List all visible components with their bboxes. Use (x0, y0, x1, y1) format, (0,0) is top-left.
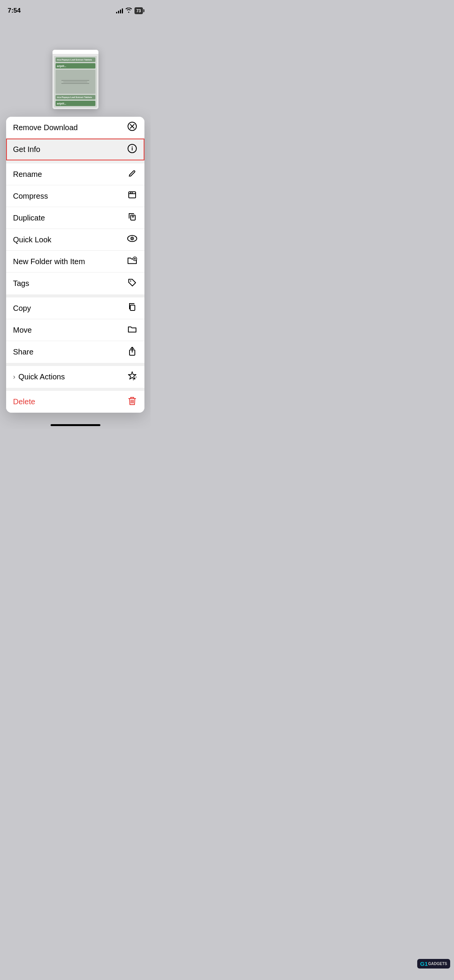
svg-rect-19 (130, 305, 135, 310)
delete-label: Delete (13, 397, 35, 406)
wifi-icon (125, 8, 132, 14)
share-icon (127, 346, 138, 358)
move-icon (127, 325, 138, 335)
quick-look-icon (127, 235, 138, 245)
thumbnail-body: rica Papaya Leaf Extract Tablets aripill… (52, 54, 98, 109)
status-time: 7:54 (8, 7, 21, 15)
quick-actions-chevron: › (13, 373, 15, 381)
menu-item-rename[interactable]: Rename (6, 163, 144, 185)
quick-actions-label: Quick Actions (18, 372, 65, 381)
compress-icon (127, 190, 138, 202)
move-label: Move (13, 326, 32, 335)
svg-text:i: i (131, 145, 133, 152)
remove-download-label: Remove Download (13, 123, 78, 132)
copy-icon (127, 302, 138, 314)
file-preview-area: rica Papaya Leaf Extract Tablets aripill… (0, 19, 151, 117)
battery-level: 73 (136, 8, 141, 13)
signal-icon (116, 8, 123, 13)
menu-section-top: Remove Download Get Info i (6, 117, 144, 160)
menu-item-remove-download[interactable]: Remove Download (6, 117, 144, 139)
rename-label: Rename (13, 170, 42, 179)
quick-look-label: Quick Look (13, 235, 51, 244)
get-info-icon: i (127, 144, 138, 156)
thumbnail-header (52, 50, 98, 54)
svg-point-23 (133, 379, 134, 380)
rename-icon (127, 168, 138, 180)
tags-label: Tags (13, 279, 29, 288)
menu-item-delete[interactable]: Delete (6, 391, 144, 413)
menu-item-compress[interactable]: Compress (6, 185, 144, 207)
menu-section-delete: Delete (6, 391, 144, 413)
svg-point-14 (132, 238, 133, 239)
svg-point-22 (136, 376, 136, 377)
remove-download-icon (127, 121, 138, 134)
menu-item-share[interactable]: Share (6, 341, 144, 363)
context-menu: Remove Download Get Info i Rename (6, 117, 144, 413)
divider-1 (6, 160, 144, 163)
duplicate-icon (127, 212, 138, 224)
menu-item-duplicate[interactable]: Duplicate (6, 207, 144, 229)
divider-2 (6, 294, 144, 297)
menu-item-tags[interactable]: Tags (6, 273, 144, 294)
divider-3 (6, 363, 144, 366)
menu-section-share: Copy Move Share (6, 297, 144, 363)
tags-icon (127, 278, 138, 289)
menu-item-quick-look[interactable]: Quick Look (6, 229, 144, 251)
file-thumbnail: rica Papaya Leaf Extract Tablets aripill… (52, 50, 98, 109)
menu-item-quick-actions[interactable]: › Quick Actions (6, 366, 144, 388)
quick-actions-icon (127, 371, 138, 383)
new-folder-with-item-label: New Folder with Item (13, 257, 85, 266)
menu-section-actions: Rename Compress Duplicate (6, 163, 144, 294)
menu-item-new-folder-with-item[interactable]: New Folder with Item (6, 251, 144, 273)
menu-item-move[interactable]: Move (6, 319, 144, 341)
status-bar: 7:54 73 (0, 0, 151, 19)
svg-point-21 (134, 378, 136, 379)
status-icons: 73 (116, 7, 143, 14)
new-folder-with-item-icon (127, 256, 138, 267)
menu-item-copy[interactable]: Copy (6, 297, 144, 319)
compress-label: Compress (13, 192, 48, 201)
duplicate-label: Duplicate (13, 214, 45, 222)
copy-label: Copy (13, 304, 31, 313)
delete-icon (127, 396, 138, 408)
divider-4 (6, 388, 144, 391)
svg-point-18 (130, 280, 131, 281)
quick-actions-label-container: › Quick Actions (13, 372, 65, 381)
menu-item-get-info[interactable]: Get Info i (6, 139, 144, 160)
get-info-label: Get Info (13, 145, 40, 154)
battery-icon: 73 (134, 7, 143, 14)
share-label: Share (13, 348, 33, 356)
menu-section-quick-actions: › Quick Actions (6, 366, 144, 388)
home-bar (51, 424, 100, 426)
home-indicator (0, 420, 151, 429)
